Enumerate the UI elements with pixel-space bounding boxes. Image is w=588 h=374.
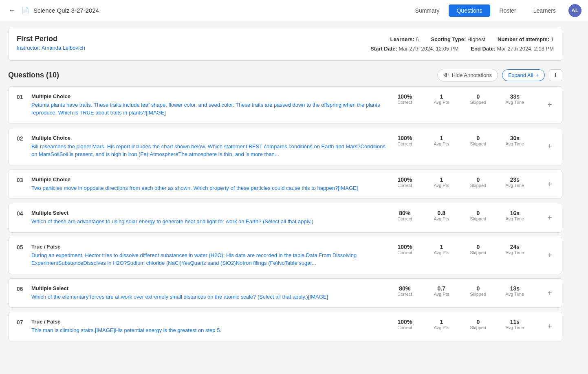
expand-question-button[interactable]: + xyxy=(546,100,554,110)
stat-avg-time: 24s Avg Time xyxy=(502,244,527,255)
question-text: Two particles move in opposite direction… xyxy=(31,184,386,192)
correct-value: 100% xyxy=(392,93,417,100)
document-icon: 📄 xyxy=(21,7,29,14)
questions-header: Questions (10) 👁 Hide Annotations Expand… xyxy=(8,69,562,81)
avg-pts-label: Avg Pts xyxy=(429,325,454,330)
expand-question-button[interactable]: + xyxy=(546,288,554,298)
avg-pts-value: 1 xyxy=(429,244,454,250)
stat-avg-pts: 0.8 Avg Pts xyxy=(429,210,454,221)
questions-title: Questions (10) xyxy=(8,71,59,79)
question-stats: 100% Correct 1 Avg Pts 0 Skipped 24s Avg… xyxy=(392,244,539,255)
question-list: 01 Multiple Choice Petunia plants have t… xyxy=(8,86,562,345)
hide-annotations-label: Hide Annotations xyxy=(452,72,492,78)
correct-value: 100% xyxy=(392,244,417,250)
learners-value: 6 xyxy=(416,36,418,42)
stat-skipped: 0 Skipped xyxy=(466,176,490,188)
tab-questions[interactable]: Questions xyxy=(449,4,490,17)
question-item: 06 Multiple Select Which of the elementa… xyxy=(8,278,562,308)
expand-question-button[interactable]: + xyxy=(546,251,554,260)
expand-question-button[interactable]: + xyxy=(546,322,554,331)
stat-avg-time: 11s Avg Time xyxy=(502,319,527,330)
instructor-line: Instructor: Amanda Leibovich xyxy=(17,45,85,51)
avg-time-value: 23s xyxy=(502,176,527,183)
attempts-value: 1 xyxy=(551,36,554,42)
avg-pts-value: 1 xyxy=(429,93,454,100)
stat-skipped: 0 Skipped xyxy=(466,244,490,255)
scoring-value: Highest xyxy=(467,36,485,42)
question-type: Multiple Choice xyxy=(31,93,386,99)
top-navigation: ← 📄 Science Quiz 3-27-2024 Summary Quest… xyxy=(0,0,588,21)
stat-skipped: 0 Skipped xyxy=(466,210,490,221)
question-type: Multiple Choice xyxy=(31,176,386,183)
stat-correct: 80% Correct xyxy=(392,285,417,297)
question-number: 06 xyxy=(17,285,25,292)
avg-time-label: Avg Time xyxy=(502,141,527,146)
skipped-label: Skipped xyxy=(466,141,490,146)
question-type: Multiple Choice xyxy=(31,135,386,141)
question-text: Bill researches the planet Mars. His rep… xyxy=(31,143,386,158)
end-value: Mar 27th 2024, 2:18 PM xyxy=(497,46,554,52)
tab-learners[interactable]: Learners xyxy=(526,4,564,17)
correct-label: Correct xyxy=(392,100,417,105)
end-label: End Date: xyxy=(471,46,496,52)
question-stats: 80% Correct 0.8 Avg Pts 0 Skipped 16s Av… xyxy=(392,210,539,221)
header-actions: 👁 Hide Annotations Expand All + ⬇ xyxy=(437,69,562,81)
avg-time-label: Avg Time xyxy=(502,250,527,255)
question-type: True / False xyxy=(31,319,386,325)
stat-avg-pts: 1 Avg Pts xyxy=(429,244,454,255)
expand-all-button[interactable]: Expand All + xyxy=(502,69,545,81)
question-item: 07 True / False This man is climbing sta… xyxy=(8,312,562,341)
question-stats: 80% Correct 0.7 Avg Pts 0 Skipped 13s Av… xyxy=(392,285,539,297)
hide-annotations-button[interactable]: 👁 Hide Annotations xyxy=(437,69,498,81)
avg-pts-value: 1 xyxy=(429,319,454,325)
avg-pts-label: Avg Pts xyxy=(429,216,454,221)
question-content: Multiple Choice Bill researches the plan… xyxy=(31,135,386,158)
learners-info: Learners: 6 xyxy=(390,35,418,44)
stat-correct: 100% Correct xyxy=(392,135,417,146)
skipped-label: Skipped xyxy=(466,100,490,105)
stat-avg-time: 23s Avg Time xyxy=(502,176,527,188)
tab-summary[interactable]: Summary xyxy=(407,4,447,17)
question-stats: 100% Correct 1 Avg Pts 0 Skipped 11s Avg… xyxy=(392,319,539,330)
question-text: This man is climbing stairs.[IMAGE]His p… xyxy=(31,326,386,334)
question-item: 04 Multiple Select Which of these are ad… xyxy=(8,203,562,233)
avg-pts-value: 1 xyxy=(429,135,454,141)
back-button[interactable]: ← xyxy=(7,4,17,16)
period-title: First Period xyxy=(17,35,85,43)
stat-correct: 100% Correct xyxy=(392,319,417,330)
question-item: 01 Multiple Choice Petunia plants have t… xyxy=(8,86,562,124)
scoring-label: Scoring Type: xyxy=(431,36,466,42)
download-button[interactable]: ⬇ xyxy=(549,69,562,81)
avg-time-label: Avg Time xyxy=(502,325,527,330)
correct-label: Correct xyxy=(392,216,417,221)
download-icon: ⬇ xyxy=(553,72,558,78)
correct-label: Correct xyxy=(392,141,417,146)
question-number: 05 xyxy=(17,244,25,251)
question-text: Which of these are advantages to using s… xyxy=(31,218,386,226)
avg-pts-label: Avg Pts xyxy=(429,141,454,146)
expand-all-plus-icon: + xyxy=(535,72,539,78)
expand-question-button[interactable]: + xyxy=(546,142,554,151)
start-value: Mar 27th 2024, 12:05 PM xyxy=(399,46,459,52)
question-text: Which of the elementary forces are at wo… xyxy=(31,293,386,301)
question-type: Multiple Select xyxy=(31,210,386,216)
question-stats: 100% Correct 1 Avg Pts 0 Skipped 23s Avg… xyxy=(392,176,539,188)
tab-roster[interactable]: Roster xyxy=(492,4,524,17)
question-number: 07 xyxy=(17,319,25,326)
question-content: Multiple Select Which of the elementary … xyxy=(31,285,386,301)
main-content: First Period Instructor: Amanda Leibovic… xyxy=(0,21,570,352)
avg-time-value: 30s xyxy=(502,135,527,141)
stat-skipped: 0 Skipped xyxy=(466,93,490,105)
question-content: Multiple Choice Two particles move in op… xyxy=(31,176,386,192)
expand-question-button[interactable]: + xyxy=(546,180,554,189)
stat-avg-time: 16s Avg Time xyxy=(502,210,527,221)
nav-left: ← 📄 Science Quiz 3-27-2024 xyxy=(7,4,407,16)
avg-time-label: Avg Time xyxy=(502,100,527,105)
avatar[interactable]: AL xyxy=(568,4,581,17)
correct-label: Correct xyxy=(392,183,417,188)
info-row-2: Start Date: Mar 27th 2024, 12:05 PM End … xyxy=(370,44,554,53)
avg-time-label: Avg Time xyxy=(502,292,527,297)
question-content: Multiple Choice Petunia plants have trai… xyxy=(31,93,386,117)
expand-all-label: Expand All xyxy=(508,72,533,78)
expand-question-button[interactable]: + xyxy=(546,213,554,222)
